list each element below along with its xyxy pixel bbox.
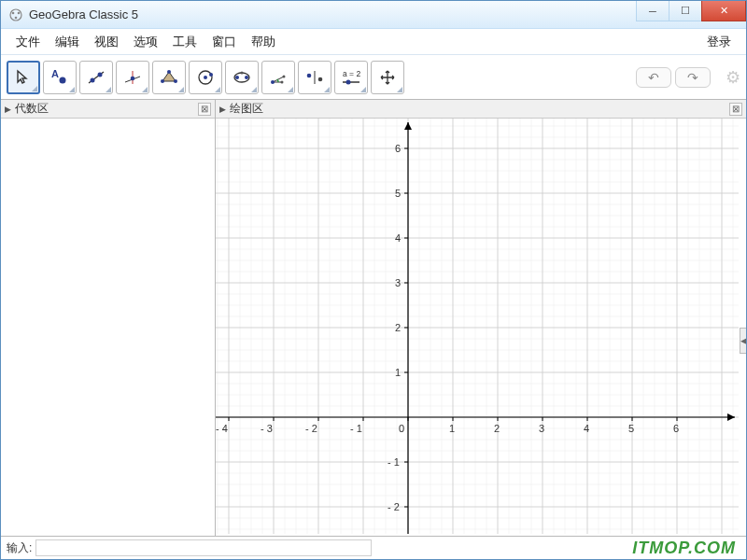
svg-text:5: 5 bbox=[395, 188, 401, 199]
tool-circle[interactable] bbox=[189, 61, 222, 94]
collapse-icon[interactable]: ▶ bbox=[5, 105, 11, 114]
svg-point-27 bbox=[318, 77, 323, 81]
menu-bar: 文件 编辑 视图 选项 工具 窗口 帮助 登录 bbox=[1, 29, 746, 55]
algebra-header[interactable]: ▶ 代数区 ⊠ bbox=[1, 100, 215, 119]
graphics-close-icon[interactable]: ⊠ bbox=[729, 103, 742, 116]
svg-text:0: 0 bbox=[399, 423, 404, 434]
settings-icon[interactable]: ⚙ bbox=[726, 67, 740, 88]
svg-text:6: 6 bbox=[395, 143, 401, 154]
tool-pointer[interactable] bbox=[7, 61, 40, 94]
input-field[interactable] bbox=[35, 539, 372, 556]
svg-point-24 bbox=[281, 80, 284, 83]
svg-text:4: 4 bbox=[395, 232, 401, 244]
svg-text:- 1: - 1 bbox=[388, 456, 400, 468]
svg-point-12 bbox=[167, 70, 171, 74]
tool-ellipse[interactable] bbox=[225, 61, 259, 94]
menu-edit[interactable]: 编辑 bbox=[48, 31, 87, 53]
svg-text:2: 2 bbox=[494, 423, 500, 434]
input-label: 输入: bbox=[7, 540, 32, 556]
menu-help[interactable]: 帮助 bbox=[244, 31, 283, 53]
redo-button[interactable]: ↷ bbox=[675, 67, 711, 88]
svg-point-16 bbox=[204, 76, 207, 79]
svg-text:6: 6 bbox=[673, 423, 679, 434]
tool-perpendicular[interactable] bbox=[116, 61, 149, 94]
app-icon bbox=[8, 7, 23, 22]
svg-point-19 bbox=[235, 76, 239, 79]
algebra-title: 代数区 bbox=[15, 101, 49, 117]
svg-text:- 1: - 1 bbox=[350, 423, 362, 434]
close-button[interactable]: ✕ bbox=[701, 1, 746, 21]
minimize-button[interactable]: ─ bbox=[636, 1, 669, 21]
tool-line[interactable] bbox=[79, 61, 113, 94]
svg-point-23 bbox=[283, 75, 286, 77]
tool-angle[interactable] bbox=[261, 61, 295, 94]
svg-text:- 4: - 4 bbox=[216, 423, 228, 434]
menu-window[interactable]: 窗口 bbox=[204, 31, 244, 53]
svg-text:- 2: - 2 bbox=[388, 501, 400, 512]
svg-text:2: 2 bbox=[395, 322, 401, 333]
algebra-body[interactable] bbox=[1, 119, 215, 536]
svg-point-22 bbox=[271, 80, 275, 84]
svg-text:5: 5 bbox=[628, 423, 634, 434]
svg-text:4: 4 bbox=[584, 423, 589, 434]
algebra-close-icon[interactable]: ⊠ bbox=[198, 103, 211, 116]
tool-move-view[interactable] bbox=[371, 61, 404, 94]
maximize-button[interactable]: ☐ bbox=[669, 1, 702, 21]
algebra-panel: ▶ 代数区 ⊠ bbox=[1, 100, 216, 536]
graphics-header[interactable]: ▶ 绘图区 ⊠ bbox=[216, 100, 746, 119]
svg-text:1: 1 bbox=[395, 367, 401, 378]
svg-text:- 3: - 3 bbox=[261, 423, 273, 434]
collapse-icon[interactable]: ▶ bbox=[219, 105, 226, 114]
svg-point-11 bbox=[131, 76, 135, 80]
svg-text:3: 3 bbox=[539, 423, 544, 434]
menu-view[interactable]: 视图 bbox=[87, 31, 126, 53]
svg-point-21 bbox=[241, 71, 244, 74]
graphics-canvas[interactable]: - 4- 3- 2- 10123456- 2- 1123456 ◀ bbox=[216, 119, 746, 536]
graphics-title: 绘图区 bbox=[230, 101, 263, 117]
watermark: ITMOP.COM bbox=[632, 539, 736, 558]
side-handle[interactable]: ◀ bbox=[740, 328, 746, 354]
svg-text:1: 1 bbox=[449, 423, 455, 434]
svg-point-20 bbox=[245, 76, 248, 79]
svg-point-30 bbox=[346, 79, 351, 84]
svg-text:- 2: - 2 bbox=[305, 423, 317, 434]
svg-point-14 bbox=[161, 79, 164, 83]
svg-text:a = 2: a = 2 bbox=[343, 69, 360, 78]
title-bar: GeoGebra Classic 5 ─ ☐ ✕ bbox=[1, 1, 746, 29]
svg-point-8 bbox=[98, 72, 103, 77]
window-title: GeoGebra Classic 5 bbox=[29, 7, 637, 21]
tool-reflect[interactable] bbox=[298, 61, 331, 94]
svg-point-17 bbox=[209, 73, 213, 77]
svg-point-1 bbox=[12, 11, 15, 14]
graphics-panel: ▶ 绘图区 ⊠ - 4- 3- 2- 10123456- 2- 1123456 … bbox=[216, 100, 746, 536]
svg-point-2 bbox=[18, 11, 21, 14]
menu-file[interactable]: 文件 bbox=[8, 31, 48, 53]
svg-point-13 bbox=[174, 79, 177, 83]
tool-slider[interactable]: a = 2 bbox=[334, 61, 368, 94]
undo-button[interactable]: ↶ bbox=[636, 67, 671, 88]
toolbar: A a = 2 ↶ ↷ ⚙ bbox=[1, 55, 746, 100]
tool-point[interactable]: A bbox=[43, 61, 77, 94]
tool-polygon[interactable] bbox=[152, 61, 186, 94]
svg-point-3 bbox=[15, 16, 18, 19]
menu-tools[interactable]: 工具 bbox=[165, 31, 204, 53]
svg-point-5 bbox=[60, 77, 66, 83]
login-link[interactable]: 登录 bbox=[699, 31, 739, 53]
svg-text:3: 3 bbox=[395, 277, 401, 288]
svg-text:A: A bbox=[51, 68, 59, 79]
menu-options[interactable]: 选项 bbox=[126, 31, 165, 53]
svg-point-7 bbox=[91, 77, 95, 82]
svg-point-26 bbox=[307, 73, 312, 77]
